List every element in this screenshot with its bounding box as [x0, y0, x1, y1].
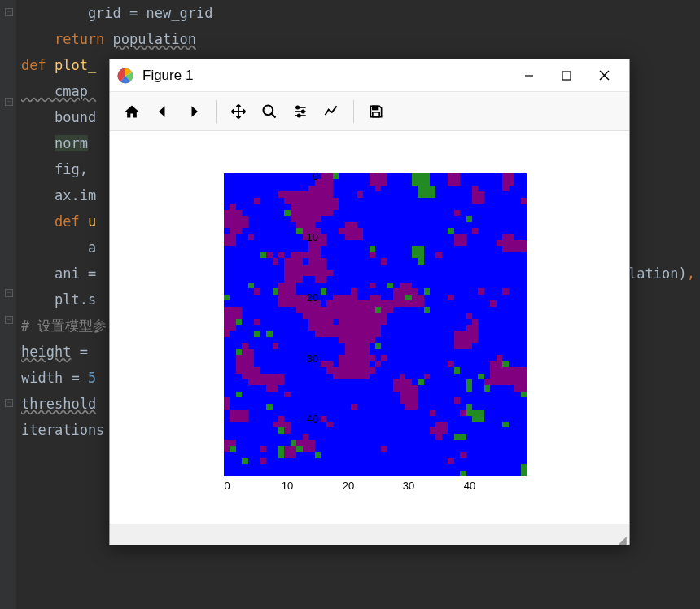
back-button[interactable]	[147, 96, 178, 127]
pan-button[interactable]	[223, 96, 254, 127]
svg-point-5	[264, 105, 273, 115]
svg-line-6	[272, 113, 276, 117]
titlebar[interactable]: Figure 1	[110, 59, 629, 92]
window-title: Figure 1	[142, 68, 510, 84]
heatmap-canvas	[224, 173, 527, 476]
svg-point-12	[298, 114, 300, 116]
ytick-label: 40	[307, 413, 318, 425]
code-line: return population	[16, 26, 700, 52]
ytick-label: 30	[307, 353, 318, 365]
svg-rect-14	[373, 112, 379, 116]
edit-axis-button[interactable]	[316, 96, 347, 127]
forward-button[interactable]	[178, 96, 209, 127]
ytick-label: 10	[307, 231, 318, 243]
ytick-label: 20	[307, 291, 318, 304]
close-button[interactable]	[585, 64, 623, 88]
minimize-button[interactable]	[510, 64, 548, 88]
xtick-label: 20	[343, 480, 354, 492]
figure-window: Figure 1	[109, 59, 630, 545]
ytick-label: 0	[313, 170, 318, 182]
maximize-button[interactable]	[548, 64, 585, 88]
xtick-label: 0	[224, 480, 230, 492]
svg-point-10	[296, 106, 299, 108]
code-line: grid = new_grid	[16, 0, 700, 26]
resize-grip-icon[interactable]: ◢	[618, 533, 628, 543]
svg-rect-13	[373, 106, 378, 109]
plot-area[interactable]: 0 10 20 30 40 0 10 20 30 40	[110, 131, 629, 524]
xtick-label: 30	[403, 480, 414, 492]
matplotlib-icon	[116, 67, 134, 85]
svg-point-11	[302, 110, 304, 112]
xtick-label: 40	[464, 480, 475, 492]
save-button[interactable]	[361, 96, 392, 127]
zoom-button[interactable]	[254, 96, 285, 127]
toolbar-separator	[216, 100, 217, 123]
toolbar-separator	[353, 100, 354, 123]
home-button[interactable]	[116, 96, 147, 127]
matplotlib-toolbar	[110, 92, 629, 131]
configure-subplots-button[interactable]	[285, 96, 316, 127]
statusbar: ◢	[110, 524, 629, 545]
xtick-label: 10	[282, 480, 293, 492]
svg-rect-2	[562, 72, 571, 80]
